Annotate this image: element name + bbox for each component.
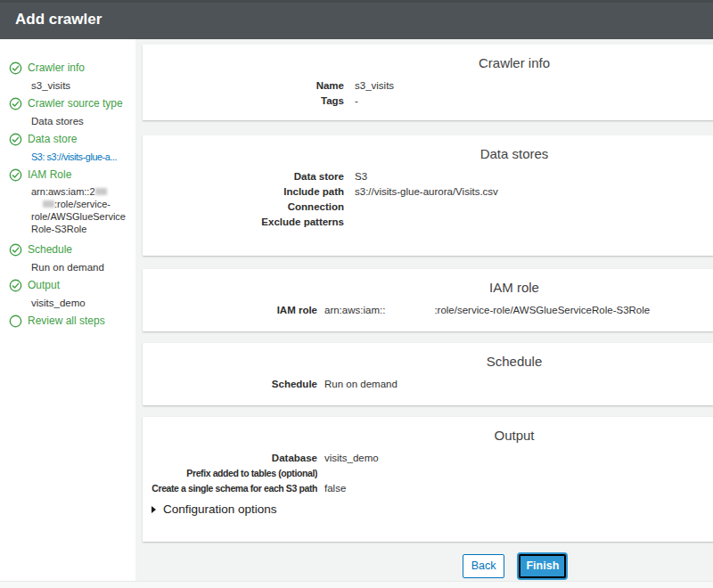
bottom-strip (0, 581, 713, 588)
step-summary-value: visits_demo (0, 294, 135, 312)
arn-text: role/AWSGlueService (31, 211, 126, 222)
panel-title: Output (143, 428, 713, 444)
wizard-footer: Back Finish (143, 542, 713, 578)
row-label: Tags (143, 94, 344, 109)
arn-line: role/AWSGlueService (0, 210, 135, 223)
row-value: arn:aws:iam:::role/service-role/AWSGlueS… (324, 303, 650, 318)
check-circle-icon (9, 133, 22, 146)
arn-text: :role/service- (54, 199, 111, 209)
step-label: Schedule (28, 243, 72, 256)
arn-text: arn:aws:iam::2 (31, 186, 95, 197)
empty-circle-icon (9, 314, 22, 328)
row-label: Prefix added to tables (optional) (143, 466, 317, 481)
review-row-tags: Tags- (143, 94, 713, 109)
sidebar-step-data-store[interactable]: Data store (0, 130, 135, 148)
row-label: Data store (143, 169, 344, 184)
panel-title: IAM role (143, 280, 713, 296)
check-circle-icon (9, 279, 22, 292)
step-label: Crawler info (28, 61, 85, 74)
arn-line: :role/service- (0, 198, 135, 210)
row-value: - (355, 94, 358, 109)
row-value: S3 (355, 169, 367, 184)
row-label: Database (143, 451, 317, 466)
sidebar-step-review-all-steps[interactable]: Review all steps (0, 312, 135, 330)
panel-title: Schedule (143, 354, 713, 370)
step-label: Crawler source type (28, 97, 123, 110)
sidebar-step-output[interactable]: Output (0, 276, 135, 294)
panel-title: Crawler info (143, 55, 713, 71)
redacted-text (43, 200, 54, 208)
value-text: arn:aws:iam:: (324, 305, 385, 315)
configuration-options-expander[interactable]: Configuration options (152, 502, 713, 516)
row-value: s3_visits (355, 78, 394, 94)
row-value: Run on demand (324, 377, 397, 392)
row-label: IAM role (143, 303, 317, 318)
sidebar-step-schedule[interactable]: Schedule (0, 241, 135, 258)
review-row-database: Databasevisits_demo (143, 451, 713, 466)
step-summary-value: S3: s3://visits-glue-a... (0, 148, 135, 166)
review-row-iam-role: IAM rolearn:aws:iam:::role/service-role/… (143, 303, 713, 318)
step-label: Data store (28, 133, 77, 145)
sidebar-step-crawler-info[interactable]: Crawler info (0, 59, 135, 77)
panel-iam-role: IAM roleIAM rolearn:aws:iam:::role/servi… (143, 269, 713, 331)
panel-crawler-info: Crawler infoNames3_visitsTags- (143, 45, 713, 120)
review-row-create-a-single-schema-for-each-s3-path: Create a single schema for each S3 pathf… (143, 481, 713, 496)
row-label: Include path (143, 184, 344, 200)
back-button[interactable]: Back (463, 554, 505, 578)
step-summary-value: Run on demand (0, 258, 135, 276)
arn-line: Role-S3Role (0, 223, 135, 235)
review-content: Crawler infoNames3_visitsTags-Data store… (135, 39, 713, 588)
page-title: Add crawler (0, 3, 713, 37)
check-circle-icon (9, 97, 22, 110)
row-label: Name (143, 78, 344, 94)
review-row-connection: Connection (143, 200, 713, 215)
row-label: Create a single schema for each S3 path (143, 481, 317, 496)
wizard-body: Crawler infos3_visitsCrawler source type… (0, 39, 713, 588)
review-row-prefix-added-to-tables-optional: Prefix added to tables (optional) (143, 466, 713, 481)
wizard-header: Add crawler (0, 0, 713, 39)
caret-right-icon (152, 506, 156, 513)
finish-button[interactable]: Finish (519, 554, 566, 578)
check-circle-icon (9, 61, 22, 75)
wizard-steps-sidebar: Crawler infos3_visitsCrawler source type… (0, 39, 135, 588)
review-row-data-store: Data storeS3 (143, 169, 713, 184)
arn-text: Role-S3Role (31, 224, 86, 234)
sidebar-step-crawler-source-type[interactable]: Crawler source type (0, 94, 135, 112)
panel-schedule: ScheduleScheduleRun on demand (143, 343, 713, 405)
step-summary-value: Data stores (0, 112, 135, 130)
row-value: false (324, 481, 346, 496)
step-label: Output (28, 279, 60, 291)
redacted-text (95, 188, 107, 195)
panel-title: Data stores (143, 146, 713, 162)
step-label: Review all steps (28, 314, 105, 327)
step-summary-iam-arn: arn:aws:iam::2:role/service-role/AWSGlue… (0, 185, 135, 235)
panel-data-stores: Data storesData storeS3Include paths3://… (143, 135, 713, 256)
review-row-include-path: Include paths3://visits-glue-aurora/Visi… (143, 184, 713, 200)
review-row-name: Names3_visits (143, 78, 713, 94)
arn-line: arn:aws:iam::2 (0, 185, 135, 198)
panel-output: OutputDatabasevisits_demoPrefix added to… (143, 417, 713, 542)
row-value: s3://visits-glue-aurora/Visits.csv (355, 184, 498, 200)
step-label: IAM Role (28, 168, 71, 181)
row-label: Connection (143, 200, 344, 215)
value-text: :role/service-role/AWSGlueServiceRole-S3… (434, 305, 650, 315)
review-row-schedule: ScheduleRun on demand (143, 377, 713, 392)
expander-label: Configuration options (163, 502, 277, 516)
row-label: Exclude patterns (143, 215, 344, 230)
sidebar-step-iam-role[interactable]: IAM Role (0, 166, 135, 184)
check-circle-icon (9, 168, 22, 182)
row-value: visits_demo (324, 451, 379, 466)
check-circle-icon (9, 243, 22, 257)
row-label: Schedule (143, 377, 317, 392)
step-summary-value: s3_visits (0, 77, 135, 94)
review-row-exclude-patterns: Exclude patterns (143, 215, 713, 230)
add-crawler-wizard: Add crawler Crawler infos3_visitsCrawler… (0, 0, 713, 588)
redacted-account-id (385, 313, 434, 314)
review-panels: Crawler infoNames3_visitsTags-Data store… (143, 45, 713, 542)
